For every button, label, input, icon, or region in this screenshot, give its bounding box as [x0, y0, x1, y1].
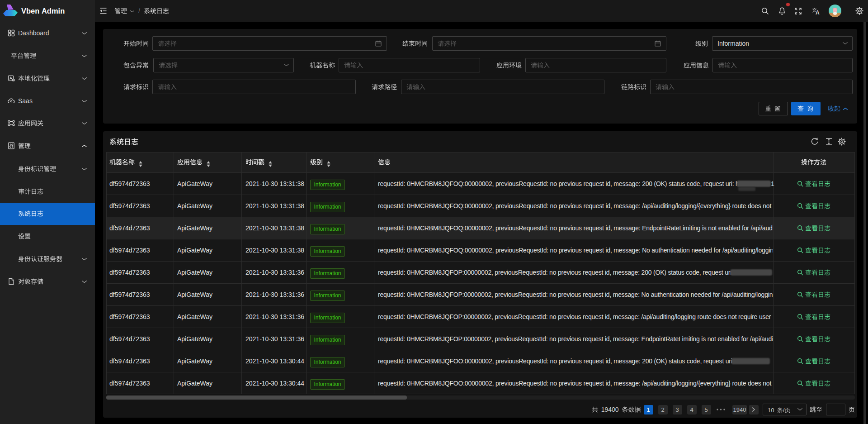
svg-text:19400: 19400: [601, 406, 619, 413]
svg-text:/: /: [783, 407, 785, 414]
svg-text:10: 10: [768, 407, 774, 414]
